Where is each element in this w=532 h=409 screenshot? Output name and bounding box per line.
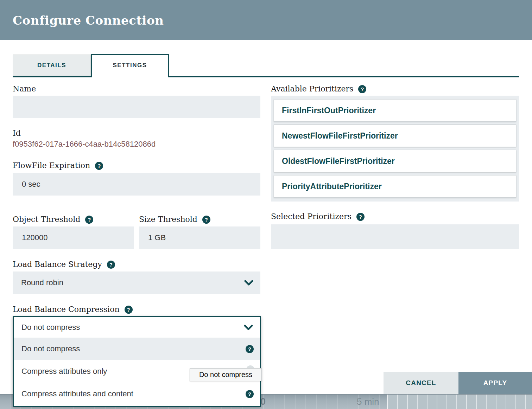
load-balance-strategy-label: Load Balance Strategy <box>13 260 102 269</box>
tab-details-label: DETAILS <box>37 62 66 69</box>
selected-prioritizers-dropzone[interactable] <box>271 224 519 249</box>
object-threshold-value: 120000 <box>22 233 48 242</box>
load-balance-strategy-value: Round robin <box>21 278 244 287</box>
flowfile-expiration-label-row: FlowFile Expiration ? <box>13 161 103 170</box>
size-threshold-label-row: Size Threshold ? <box>139 215 210 224</box>
selected-prioritizers-label-row: Selected Prioritizers ? <box>271 212 365 221</box>
prioritizer-item[interactable]: NewestFlowFileFirstPrioritizer <box>274 124 516 147</box>
load-balance-compression-dropdown: Do not compress Do not compress ? Compre… <box>13 316 261 407</box>
name-label-row: Name <box>13 84 36 94</box>
apply-button[interactable]: APPLY <box>458 372 532 394</box>
load-balance-strategy-label-row: Load Balance Strategy ? <box>13 260 115 269</box>
help-icon[interactable]: ? <box>246 390 254 398</box>
dialog-title: Configure Connection <box>13 0 164 40</box>
cancel-button[interactable]: CANCEL <box>384 372 458 394</box>
background-axis-time-label: 5 min <box>357 395 379 409</box>
tab-underline-right <box>169 76 519 77</box>
prioritizer-label: PriorityAttributePrioritizer <box>282 182 382 191</box>
load-balance-strategy-select[interactable]: Round robin <box>13 271 260 294</box>
tooltip: Do not compress <box>190 368 262 381</box>
tab-details[interactable]: DETAILS <box>13 55 91 76</box>
prioritizer-label: FirstInFirstOutPrioritizer <box>282 106 376 115</box>
dropdown-option-compress-attributes-and-content[interactable]: Compress attributes and content ? <box>14 383 260 405</box>
tab-settings-label: SETTINGS <box>113 62 147 69</box>
size-threshold-value: 1 GB <box>148 233 166 242</box>
help-icon[interactable]: ? <box>125 306 133 314</box>
id-value: f0953f62-017a-1666-c4aa-b14c5812086d <box>13 140 156 149</box>
prioritizer-item[interactable]: PriorityAttributePrioritizer <box>274 175 516 198</box>
name-label: Name <box>13 84 36 94</box>
help-icon[interactable]: ? <box>202 216 210 224</box>
load-balance-compression-label: Load Balance Compression <box>13 305 120 314</box>
prioritizer-item[interactable]: OldestFlowFileFirstPrioritizer <box>274 150 516 172</box>
load-balance-compression-label-row: Load Balance Compression ? <box>13 305 133 314</box>
chevron-down-icon <box>244 280 253 286</box>
size-threshold-label: Size Threshold <box>139 215 197 224</box>
object-threshold-label-row: Object Threshold ? <box>13 215 93 224</box>
prioritizer-item[interactable]: FirstInFirstOutPrioritizer <box>274 99 516 122</box>
tab-settings[interactable]: SETTINGS <box>91 54 169 77</box>
background-chart-divider <box>387 395 388 409</box>
help-icon[interactable]: ? <box>358 85 366 93</box>
id-label: Id <box>13 129 21 138</box>
load-balance-compression-select[interactable]: Do not compress <box>14 317 260 338</box>
dropdown-option-do-not-compress[interactable]: Do not compress ? <box>14 338 260 360</box>
object-threshold-label: Object Threshold <box>13 215 80 224</box>
flowfile-expiration-input[interactable]: 0 sec <box>13 173 260 196</box>
tab-underline-left <box>13 76 91 77</box>
size-threshold-input[interactable]: 1 GB <box>139 226 260 249</box>
background-chart-grid <box>388 395 532 409</box>
load-balance-compression-value: Do not compress <box>21 323 244 332</box>
available-prioritizers-label: Available Prioritizers <box>271 84 353 94</box>
help-icon[interactable]: ? <box>107 261 115 269</box>
help-icon[interactable]: ? <box>95 162 103 170</box>
dialog-header: Configure Connection <box>0 0 532 40</box>
dropdown-option-label: Compress attributes and content <box>21 389 246 398</box>
help-icon[interactable]: ? <box>356 213 365 221</box>
selected-prioritizers-label: Selected Prioritizers <box>271 212 352 221</box>
flowfile-expiration-value: 0 sec <box>22 180 40 189</box>
id-label-row: Id <box>13 129 21 138</box>
available-prioritizers-list: FirstInFirstOutPrioritizer NewestFlowFil… <box>271 96 519 202</box>
name-input[interactable] <box>13 96 260 118</box>
chevron-down-icon <box>244 325 253 330</box>
object-threshold-input[interactable]: 120000 <box>13 226 134 249</box>
prioritizer-label: OldestFlowFileFirstPrioritizer <box>282 156 395 166</box>
help-icon[interactable]: ? <box>85 216 93 224</box>
flowfile-expiration-label: FlowFile Expiration <box>13 161 90 170</box>
prioritizer-label: NewestFlowFileFirstPrioritizer <box>282 131 398 141</box>
dropdown-option-label: Do not compress <box>21 344 246 353</box>
background-axis-origin-label: 0 <box>260 395 266 409</box>
available-prioritizers-label-row: Available Prioritizers ? <box>271 84 366 94</box>
help-icon[interactable]: ? <box>246 345 254 353</box>
